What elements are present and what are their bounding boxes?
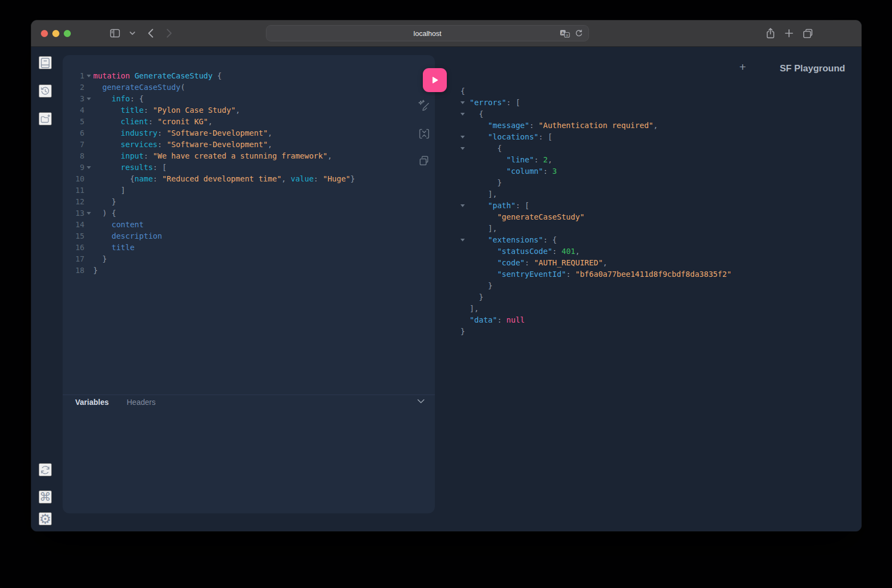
editor-code-line[interactable]: 3 info: { (63, 93, 413, 105)
response-line: } (460, 177, 731, 189)
response-line: "extensions": { (460, 234, 731, 246)
editor-code-line[interactable]: 4 title: "Pylon Case Study", (63, 105, 413, 116)
address-bar[interactable]: localhost A a (266, 25, 589, 41)
variables-divider (63, 395, 435, 395)
line-number: 14 (63, 219, 84, 231)
tab-variables[interactable]: Variables (75, 398, 109, 407)
merge-fragments-icon[interactable] (417, 126, 431, 141)
url-text: localhost (266, 26, 588, 41)
sidebar-chevron-down-icon[interactable] (128, 20, 137, 46)
reload-icon[interactable] (575, 29, 583, 38)
fold-arrow-icon[interactable] (460, 113, 465, 116)
response-line: { (460, 143, 731, 154)
query-editor-pane: 1mutation GenerateCaseStudy {2 generateC… (63, 55, 435, 513)
line-number: 10 (63, 173, 84, 185)
shortcuts-icon[interactable]: ⌘ (39, 490, 52, 504)
line-number: 2 (63, 82, 84, 93)
fold-arrow-icon[interactable] (460, 136, 465, 138)
editor-code-line[interactable]: 9 results: [ (63, 162, 413, 173)
svg-text:A: A (561, 31, 565, 35)
page-title: SF Playground (780, 63, 845, 74)
line-number: 5 (63, 116, 84, 128)
docs-icon[interactable] (39, 56, 52, 69)
line-number: 15 (63, 231, 84, 242)
response-line: { (460, 108, 731, 120)
line-number: 11 (63, 185, 84, 196)
fold-arrow-icon[interactable] (460, 239, 465, 241)
fold-arrow-icon[interactable] (460, 204, 465, 207)
editor-code-line[interactable]: 2 generateCaseStudy( (63, 82, 413, 93)
response-panel: + SF Playground { "errors": [ { "message… (435, 47, 861, 531)
response-line: } (460, 292, 731, 303)
sidebar-toggle-icon[interactable] (108, 20, 122, 46)
line-number: 17 (63, 253, 84, 265)
response-line: "line": 2, (460, 154, 731, 166)
response-viewer: { "errors": [ { "message": "Authenticati… (460, 86, 731, 337)
fold-arrow-icon[interactable] (87, 212, 91, 215)
response-line: "column": 3 (460, 166, 731, 177)
minimize-window-button[interactable] (52, 30, 59, 37)
editor-code-line[interactable]: 11 ] (63, 185, 413, 196)
line-number: 6 (63, 128, 84, 139)
line-number: 1 (63, 70, 84, 82)
response-line: "message": "Authentication required", (460, 120, 731, 131)
playground-app: ⌘ ⚙ 1mutation GenerateCaseStudy {2 gener… (31, 47, 861, 531)
tabs-overview-icon[interactable] (802, 20, 814, 46)
forward-icon[interactable] (162, 20, 177, 46)
share-icon[interactable] (765, 20, 776, 46)
editor-code-line[interactable]: 16 title (63, 242, 413, 253)
fold-arrow-icon[interactable] (87, 98, 91, 100)
prettify-icon[interactable] (417, 99, 431, 113)
add-tab-button[interactable]: + (737, 61, 749, 73)
editor-code-line[interactable]: 14 content (63, 219, 413, 231)
response-line: "code": "AUTH_REQUIRED", (460, 257, 731, 269)
fold-arrow-icon[interactable] (460, 147, 465, 150)
response-line: } (460, 280, 731, 292)
close-window-button[interactable] (41, 30, 48, 37)
line-number: 13 (63, 208, 84, 219)
response-line: "locations": [ (460, 131, 731, 143)
response-line: } (460, 326, 731, 337)
response-line: "data": null (460, 314, 731, 326)
fold-arrow-icon[interactable] (460, 101, 465, 104)
response-line: ], (460, 223, 731, 234)
response-line: "statusCode": 401, (460, 246, 731, 257)
back-icon[interactable] (143, 20, 157, 46)
zoom-window-button[interactable] (64, 30, 71, 37)
collapse-variables-chevron-icon[interactable] (417, 399, 425, 404)
response-line: "errors": [ (460, 97, 731, 108)
refetch-schema-icon[interactable] (39, 463, 52, 476)
editor-code-line[interactable]: 12 } (63, 196, 413, 208)
tab-headers[interactable]: Headers (127, 398, 156, 407)
svg-text:a: a (566, 33, 568, 37)
editor-code-line[interactable]: 10 {name: "Reduced development time", va… (63, 173, 413, 185)
response-line: "path": [ (460, 200, 731, 211)
fold-arrow-icon[interactable] (87, 75, 91, 77)
history-icon[interactable] (39, 84, 52, 98)
editor-code-line[interactable]: 8 input: "We have created a stunning fra… (63, 150, 413, 162)
response-line: ], (460, 189, 731, 200)
fold-arrow-icon[interactable] (87, 166, 91, 169)
safari-window: localhost A a (31, 20, 861, 531)
response-line: "sentryEventId": "bf6a0a77bee1411d8f9cbd… (460, 269, 731, 280)
editor-code-line[interactable]: 18} (63, 265, 413, 276)
settings-icon[interactable]: ⚙ (39, 512, 52, 525)
folder-plus-icon[interactable] (39, 112, 52, 125)
copy-query-icon[interactable] (417, 154, 431, 168)
line-number: 12 (63, 196, 84, 208)
new-tab-icon[interactable] (784, 20, 794, 46)
editor-code-line[interactable]: 13 ) { (63, 208, 413, 219)
line-number: 4 (63, 105, 84, 116)
line-number: 9 (63, 162, 84, 173)
translate-icon[interactable]: A a (560, 29, 570, 38)
editor-code-line[interactable]: 6 industry: "Software-Development", (63, 128, 413, 139)
editor-code-line[interactable]: 5 client: "cronit KG", (63, 116, 413, 128)
query-editor[interactable]: 1mutation GenerateCaseStudy {2 generateC… (63, 70, 413, 276)
editor-code-line[interactable]: 1mutation GenerateCaseStudy { (63, 70, 413, 82)
line-number: 8 (63, 150, 84, 162)
response-line: { (460, 86, 731, 97)
line-number: 3 (63, 93, 84, 105)
editor-code-line[interactable]: 7 services: "Software-Development", (63, 139, 413, 150)
editor-code-line[interactable]: 15 description (63, 231, 413, 242)
editor-code-line[interactable]: 17 } (63, 253, 413, 265)
